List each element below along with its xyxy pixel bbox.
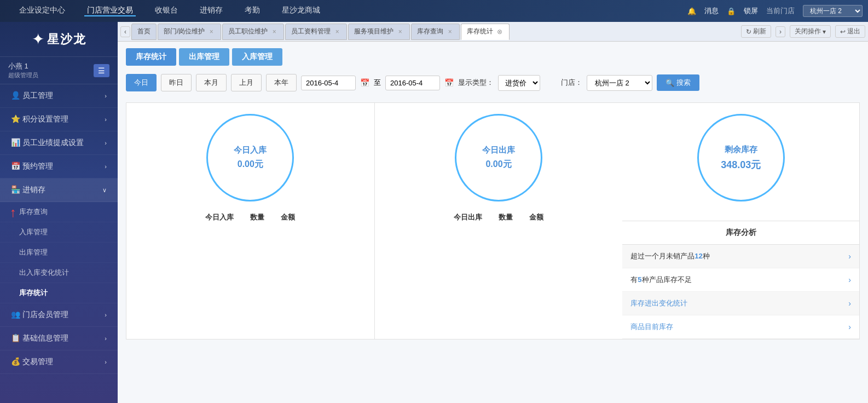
date-to-input[interactable] bbox=[385, 76, 440, 90]
tab-bar: ‹ 首页 部门/岗位维护 × 员工职位维护 × 员工资料管理 × 服务项目维护 … bbox=[118, 22, 868, 42]
analysis-item-change-stats[interactable]: 库存进出变化统计 › bbox=[622, 292, 859, 315]
top-nav: 企业设定中心 门店营业交易 收银台 进销存 考勤 星沙龙商城 🔔 消息 🔒 锁屏… bbox=[0, 0, 868, 22]
refresh-icon: ↻ bbox=[746, 28, 751, 36]
tab-service-label: 服务项目维护 bbox=[354, 27, 394, 36]
message-icon[interactable]: 🔔 bbox=[687, 7, 696, 15]
tab-bar-right: ↻ 刷新 › 关闭操作 ▾ ↩ 退出 bbox=[741, 25, 865, 38]
filter-yesterday[interactable]: 昨日 bbox=[161, 74, 192, 91]
lock-label[interactable]: 锁屏 bbox=[744, 6, 758, 16]
sidebar-item-appointment[interactable]: 📅 预约管理 › bbox=[0, 155, 118, 179]
analysis-change-text: 库存进出变化统计 bbox=[630, 298, 848, 308]
tab-employee-close[interactable]: × bbox=[333, 28, 341, 36]
sidebar-sub-stock-stats[interactable]: 库存统计 bbox=[0, 283, 118, 303]
tab-home[interactable]: 首页 bbox=[131, 24, 157, 40]
analysis-item-insufficient[interactable]: 有5种产品库存不足 › bbox=[622, 268, 859, 292]
nav-cashier[interactable]: 收银台 bbox=[152, 5, 181, 16]
cal-from-icon[interactable]: 📅 bbox=[360, 78, 369, 87]
tab-dept-label: 部门/岗位维护 bbox=[164, 27, 205, 36]
date-from-input[interactable] bbox=[301, 76, 356, 90]
sidebar-item-employee[interactable]: 👤 员工管理 › bbox=[0, 84, 118, 108]
sidebar-sub-change-stats[interactable]: 出入库变化统计 bbox=[0, 263, 118, 283]
nav-attendance[interactable]: 考勤 bbox=[242, 5, 263, 16]
sub-tab-outbound[interactable]: 出库管理 bbox=[179, 48, 229, 66]
outbound-stat-amount: 金额 bbox=[529, 212, 543, 222]
transaction-arrow: › bbox=[105, 359, 107, 365]
outbound-panel: 今日出库 0.00元 今日出库 数量 金额 bbox=[374, 102, 623, 339]
nav-enterprise[interactable]: 企业设定中心 bbox=[16, 5, 68, 16]
close-ops-button[interactable]: 关闭操作 ▾ bbox=[790, 25, 831, 38]
sidebar-user: 小燕 1 超级管理员 ☰ bbox=[0, 57, 118, 84]
filter-today[interactable]: 今日 bbox=[126, 74, 157, 91]
outbound-circle: 今日出库 0.00元 bbox=[455, 114, 542, 202]
analysis-unsold-text: 超过一个月未销产品12种 bbox=[630, 251, 848, 261]
inbound-stat-amount: 金额 bbox=[281, 212, 295, 222]
inbound-panel: 今日入库 0.00元 今日入库 数量 金额 bbox=[126, 102, 374, 339]
tab-prev-button[interactable]: ‹ bbox=[120, 26, 130, 37]
sidebar-sub-stock-query[interactable]: 库存查询 bbox=[0, 202, 118, 222]
refresh-button[interactable]: ↻ 刷新 bbox=[741, 25, 771, 38]
current-store-select[interactable]: 杭州一店 2 bbox=[803, 5, 863, 17]
logo-star-icon: ✦ bbox=[32, 30, 44, 48]
search-button[interactable]: 🔍 搜索 bbox=[657, 74, 699, 91]
tab-stock-query[interactable]: 库存查询 × bbox=[411, 24, 460, 40]
outbound-stat-qty: 数量 bbox=[499, 212, 513, 222]
tab-stock-stats-close[interactable]: ⊗ bbox=[496, 28, 504, 36]
sidebar-menu-button[interactable]: ☰ bbox=[94, 64, 109, 77]
filter-this-month[interactable]: 本月 bbox=[196, 74, 227, 91]
nav-inventory[interactable]: 进销存 bbox=[197, 5, 225, 16]
tab-stock-query-label: 库存查询 bbox=[417, 27, 443, 36]
tab-stock-query-close[interactable]: × bbox=[446, 28, 454, 36]
tab-dept[interactable]: 部门/岗位维护 × bbox=[158, 24, 221, 40]
message-label[interactable]: 消息 bbox=[704, 6, 719, 16]
dashboard-row: 今日入库 0.00元 今日入库 数量 金额 今日出库 bbox=[126, 102, 860, 339]
sidebar-item-member[interactable]: 👥 门店会员管理 › bbox=[0, 303, 118, 327]
tab-dept-close[interactable]: × bbox=[207, 28, 215, 36]
exit-button[interactable]: ↩ 退出 bbox=[835, 25, 865, 38]
sidebar-item-performance[interactable]: 📊 员工业绩提成设置 › bbox=[0, 131, 118, 155]
outbound-stats: 今日出库 数量 金额 bbox=[454, 212, 543, 222]
outbound-circle-title: 今日出库 bbox=[482, 145, 515, 156]
employee-arrow: › bbox=[105, 93, 107, 99]
sidebar-sub-inbound[interactable]: 入库管理 bbox=[0, 222, 118, 243]
content-area: 库存统计 出库管理 入库管理 今日 昨日 本月 上月 本年 📅 至 📅 显示类型… bbox=[118, 42, 868, 403]
analysis-section: 库存分析 超过一个月未销产品12种 › 有5种产品库存不足 › bbox=[622, 221, 859, 339]
basic-info-arrow: › bbox=[105, 335, 107, 342]
analysis-item-current-stock[interactable]: 商品目前库存 › bbox=[622, 315, 859, 339]
tab-service[interactable]: 服务项目维护 × bbox=[348, 24, 410, 40]
tab-position-close[interactable]: × bbox=[270, 28, 278, 36]
analysis-insufficient-text: 有5种产品库存不足 bbox=[630, 275, 848, 285]
sidebar-item-inventory[interactable]: 🏪 进销存 ∨ bbox=[0, 179, 118, 202]
analysis-item-unsold[interactable]: 超过一个月未销产品12种 › bbox=[622, 245, 859, 268]
sub-tab-inbound[interactable]: 入库管理 bbox=[232, 48, 282, 66]
close-ops-arrow: ▾ bbox=[823, 28, 826, 36]
performance-arrow: › bbox=[105, 140, 107, 146]
tab-stock-stats-label: 库存统计 bbox=[467, 27, 493, 36]
tab-stock-stats[interactable]: 库存统计 ⊗ bbox=[461, 24, 510, 40]
tab-service-close[interactable]: × bbox=[396, 28, 404, 36]
tab-next-button[interactable]: › bbox=[776, 26, 785, 37]
sidebar-item-points[interactable]: ⭐ 积分设置管理 › bbox=[0, 108, 118, 131]
sub-tab-stock-stats[interactable]: 库存统计 bbox=[126, 48, 176, 66]
outbound-circle-container: 今日出库 0.00元 bbox=[455, 114, 542, 202]
sidebar-item-basic-info[interactable]: 📋 基础信息管理 › bbox=[0, 327, 118, 350]
tab-position[interactable]: 员工职位维护 × bbox=[222, 24, 284, 40]
inbound-circle: 今日入库 0.00元 bbox=[206, 114, 294, 202]
date-separator: 至 bbox=[374, 78, 381, 88]
cal-to-icon[interactable]: 📅 bbox=[444, 78, 454, 87]
tab-employee[interactable]: 员工资料管理 × bbox=[285, 24, 347, 40]
nav-store-trade[interactable]: 门店营业交易 bbox=[84, 5, 136, 16]
store-filter-select[interactable]: 杭州一店 2 bbox=[587, 75, 652, 91]
sidebar-item-transaction[interactable]: 💰 交易管理 › bbox=[0, 350, 118, 374]
display-type-select[interactable]: 进货价 零售价 会员价 bbox=[498, 75, 540, 91]
inventory-icon: 🏪 进销存 bbox=[11, 185, 45, 195]
filter-last-month[interactable]: 上月 bbox=[231, 74, 262, 91]
sub-tab-bar: 库存统计 出库管理 入库管理 bbox=[126, 48, 860, 66]
sidebar-sub-outbound[interactable]: 出库管理 bbox=[0, 243, 118, 263]
lock-icon[interactable]: 🔒 bbox=[727, 7, 736, 15]
filter-this-year[interactable]: 本年 bbox=[266, 74, 297, 91]
analysis-current-arrow: › bbox=[848, 323, 851, 331]
user-name: 小燕 1 bbox=[8, 61, 38, 71]
current-store-label: 当前门店 bbox=[766, 6, 795, 16]
nav-mall[interactable]: 星沙龙商城 bbox=[279, 5, 323, 16]
exit-icon: ↩ bbox=[840, 28, 846, 36]
